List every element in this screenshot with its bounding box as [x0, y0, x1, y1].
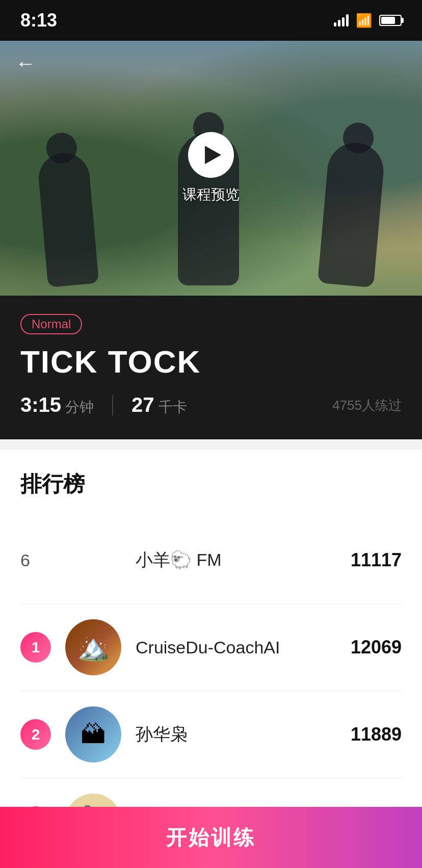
course-meta: 3:15 分钟 27 千卡 4755人练过 [20, 393, 402, 417]
course-title: TICK TOCK [20, 345, 402, 379]
wifi-icon: 📶 [356, 13, 372, 29]
difficulty-badge: Normal [20, 314, 82, 334]
start-training-button[interactable]: 开始训练 [0, 807, 422, 868]
play-container[interactable]: 课程预览 [182, 132, 240, 204]
rankings-title: 排行榜 [20, 470, 402, 498]
calories-unit: 千卡 [159, 398, 187, 417]
rank-badge-1: 1 [20, 632, 51, 663]
status-bar: 8:13 📶 [0, 0, 422, 41]
user-name-2: 孙华枭 [136, 723, 351, 746]
avatar-2 [65, 706, 121, 762]
user-name-1: CruiseDu-CoachAI [136, 638, 351, 657]
signal-icon [334, 14, 349, 27]
duration-item: 3:15 分钟 [20, 393, 94, 417]
duration-value: 3:15 [20, 393, 61, 416]
duration-unit: 分钟 [65, 398, 94, 417]
avatar-1 [65, 619, 121, 675]
leaderboard-row-1: 1 CruiseDu-CoachAI 12069 [20, 604, 402, 691]
calories-item: 27 千卡 [131, 393, 187, 417]
play-icon [205, 146, 221, 164]
current-user-rank: 6 [20, 550, 51, 570]
back-button[interactable]: ← [15, 53, 36, 73]
user-score-2: 11889 [351, 724, 402, 745]
current-user-score: 11117 [351, 549, 402, 571]
user-score-1: 12069 [351, 637, 402, 658]
preview-text: 课程预览 [182, 185, 240, 204]
calories-value: 27 [131, 393, 154, 416]
status-icons: 📶 [334, 13, 402, 29]
battery-icon [379, 15, 402, 26]
rankings-section: 排行榜 6 小羊🐑 FM 11117 1 CruiseDu-CoachAI 12… [0, 450, 422, 868]
current-user-name: 小羊🐑 FM [136, 548, 351, 572]
start-training-label: 开始训练 [166, 824, 256, 852]
status-time: 8:13 [20, 10, 57, 31]
play-button[interactable] [188, 132, 234, 178]
current-user-no-avatar [65, 532, 121, 588]
meta-divider [112, 395, 113, 415]
hero-section: ← 课程预览 [0, 41, 422, 296]
current-user-row: 6 小羊🐑 FM 11117 [20, 517, 402, 604]
practitioners-count: 4755人练过 [332, 397, 402, 414]
rank-badge-2: 2 [20, 719, 51, 750]
course-info: Normal TICK TOCK 3:15 分钟 27 千卡 4755人练过 [0, 296, 422, 439]
leaderboard-row-2: 2 孙华枭 11889 [20, 691, 402, 778]
